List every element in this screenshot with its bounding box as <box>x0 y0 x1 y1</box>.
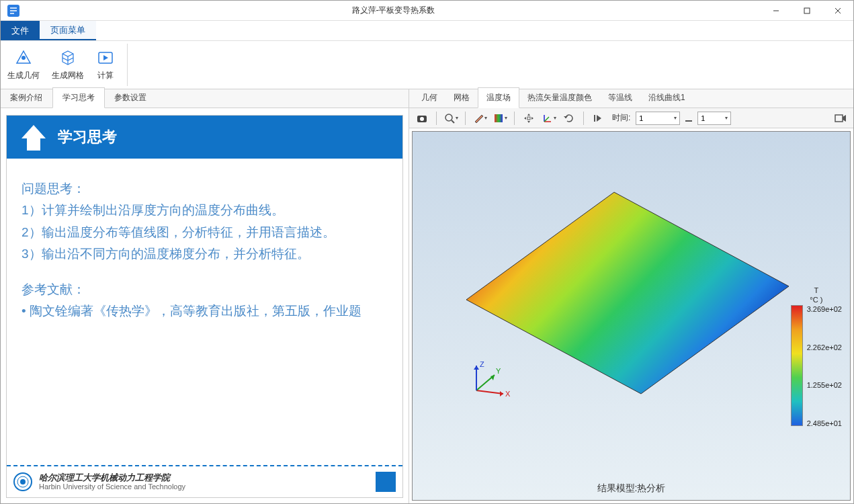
ribbon-compute-label: 计算 <box>97 70 114 81</box>
step-icon[interactable] <box>589 110 607 126</box>
rotate-icon[interactable] <box>560 110 578 126</box>
window-buttons <box>761 1 853 21</box>
menu-file[interactable]: 文件 <box>1 21 40 40</box>
svg-marker-29 <box>500 391 503 396</box>
slide-container: 学习思考 问题思考： 1）计算并绘制出沿厚度方向的温度分布曲线。 2）输出温度分… <box>1 108 409 503</box>
content-area: 案例介绍 学习思考 参数设置 学习思考 问题思考： 1）计算并绘制出沿厚度方向的… <box>1 89 853 503</box>
svg-rect-16 <box>495 114 503 122</box>
camera-icon[interactable] <box>413 110 431 126</box>
vtab-geom[interactable]: 几何 <box>413 88 445 108</box>
svg-point-11 <box>20 479 26 485</box>
zoom-icon[interactable]: ▾ <box>442 110 460 126</box>
svg-text:Z: Z <box>480 360 484 368</box>
svg-point-6 <box>22 56 26 60</box>
result-caption: 结果模型:热分析 <box>413 482 850 495</box>
slide-ref1: • 陶文铨编著《传热学》，高等教育出版社，第五版，作业题 <box>22 301 388 321</box>
svg-rect-25 <box>835 115 843 122</box>
ribbon-mesh-label: 生成网格 <box>52 70 84 81</box>
legend-t0: 3.269e+02 <box>807 305 842 313</box>
slide-line1: 1）计算并绘制出沿厚度方向的温度分布曲线。 <box>22 200 388 220</box>
svg-rect-2 <box>804 8 810 13</box>
svg-point-14 <box>445 114 452 121</box>
svg-marker-27 <box>466 192 789 394</box>
legend-t3: 2.485e+01 <box>807 419 842 427</box>
svg-rect-17 <box>527 117 530 120</box>
viewport-3d[interactable]: X Y Z T °C ) 3.269e+02 2.262e+02 <box>412 131 851 501</box>
svg-line-28 <box>476 390 503 394</box>
svg-marker-23 <box>597 115 601 122</box>
svg-marker-9 <box>22 125 46 151</box>
legend-ticks: 3.269e+02 2.262e+02 1.255e+02 2.485e+01 <box>807 305 842 427</box>
slide-header: 学习思考 <box>7 116 402 159</box>
vtab-iso[interactable]: 等温线 <box>600 88 640 108</box>
sep-toggle-icon[interactable] <box>683 110 695 126</box>
maximize-button[interactable] <box>792 1 822 21</box>
slide-body: 问题思考： 1）计算并绘制出沿厚度方向的温度分布曲线。 2）输出温度分布等值线图… <box>7 159 402 465</box>
titlebar: 路义萍-平板变导热系数 <box>1 1 853 21</box>
slide-footer: 哈尔滨理工大学机械动力工程学院 Harbin University of Sci… <box>7 465 402 497</box>
slide-sec1: 问题思考： <box>22 179 388 199</box>
svg-rect-22 <box>594 115 595 122</box>
brush-icon[interactable]: ▾ <box>471 110 488 126</box>
svg-rect-24 <box>685 120 692 122</box>
svg-line-20 <box>544 117 549 122</box>
footer-text: 哈尔滨理工大学机械动力工程学院 Harbin University of Sci… <box>39 472 369 492</box>
svg-marker-35 <box>474 366 479 370</box>
app-window: 路义萍-平板变导热系数 文件 页面菜单 生成几何 生成网格 <box>0 0 854 504</box>
vtab-along[interactable]: 沿线曲线1 <box>640 88 693 108</box>
tab-intro[interactable]: 案例介绍 <box>1 88 52 108</box>
svg-marker-21 <box>564 116 568 118</box>
move-icon[interactable] <box>520 110 538 126</box>
left-panel: 案例介绍 学习思考 参数设置 学习思考 问题思考： 1）计算并绘制出沿厚度方向的… <box>1 89 409 503</box>
close-button[interactable] <box>822 1 853 21</box>
time-label: 时间: <box>612 112 630 124</box>
minimize-button[interactable] <box>761 1 792 21</box>
legend-bar <box>791 305 803 426</box>
legend-unit: °C ) <box>791 296 842 304</box>
ribbon: 生成几何 生成网格 计算 <box>1 41 853 89</box>
menu-page[interactable]: 页面菜单 <box>40 21 96 40</box>
tab-params[interactable]: 参数设置 <box>105 88 157 108</box>
ribbon-geometry-button[interactable]: 生成几何 <box>7 48 40 81</box>
axes-icon[interactable]: ▾ <box>540 110 558 126</box>
viewer-toolbar: ▾ ▾ ▾ ▾ 时间: 1▾ 1▾ <box>409 108 853 128</box>
left-tabrow: 案例介绍 学习思考 参数设置 <box>1 89 409 108</box>
footer-square <box>376 472 396 492</box>
slide-header-icon <box>19 122 48 152</box>
svg-point-13 <box>420 117 424 121</box>
vtab-flux[interactable]: 热流矢量温度颜色 <box>519 88 600 108</box>
time-select[interactable]: 1▾ <box>636 112 680 125</box>
right-panel: 几何 网格 温度场 热流矢量温度颜色 等温线 沿线曲线1 ▾ ▾ ▾ ▾ <box>409 89 853 503</box>
svg-text:X: X <box>505 390 511 398</box>
tab-study[interactable]: 学习思考 <box>52 87 105 108</box>
ribbon-compute-button[interactable]: 计算 <box>96 48 115 81</box>
vtab-temp[interactable]: 温度场 <box>478 87 519 108</box>
university-logo <box>13 472 32 491</box>
slide-title: 学习思考 <box>58 127 117 147</box>
footer-cn: 哈尔滨理工大学机械动力工程学院 <box>39 472 369 483</box>
ribbon-group: 生成几何 生成网格 计算 <box>7 44 128 86</box>
ribbon-geometry-label: 生成几何 <box>7 70 40 81</box>
legend-t1: 2.262e+02 <box>807 343 842 351</box>
geometry-icon <box>14 48 33 67</box>
color-legend: T °C ) 3.269e+02 2.262e+02 1.255e+02 2.4… <box>791 286 842 427</box>
slide-ref-title: 参考文献： <box>22 280 388 300</box>
mesh-icon <box>58 48 77 67</box>
app-icon <box>6 3 21 18</box>
legend-var: T <box>791 286 842 294</box>
ribbon-mesh-button[interactable]: 生成网格 <box>52 48 84 81</box>
video-icon[interactable] <box>832 110 849 126</box>
slide: 学习思考 问题思考： 1）计算并绘制出沿厚度方向的温度分布曲线。 2）输出温度分… <box>6 115 403 498</box>
legend-t2: 1.255e+02 <box>807 381 842 389</box>
svg-text:Y: Y <box>496 367 501 375</box>
compute-icon <box>96 48 115 67</box>
vtab-mesh[interactable]: 网格 <box>445 88 478 108</box>
slide-line2: 2）输出温度分布等值线图，分析特征，并用语言描述。 <box>22 222 388 243</box>
window-title: 路义萍-平板变导热系数 <box>26 5 761 16</box>
axis-triad: X Y Z <box>466 360 513 401</box>
footer-en: Harbin University of Science and Technol… <box>39 482 369 491</box>
cube-icon[interactable]: ▾ <box>491 110 509 126</box>
frame-select[interactable]: 1▾ <box>697 112 731 125</box>
svg-marker-8 <box>103 55 108 60</box>
viewer-tabrow: 几何 网格 温度场 热流矢量温度颜色 等温线 沿线曲线1 <box>409 89 853 108</box>
